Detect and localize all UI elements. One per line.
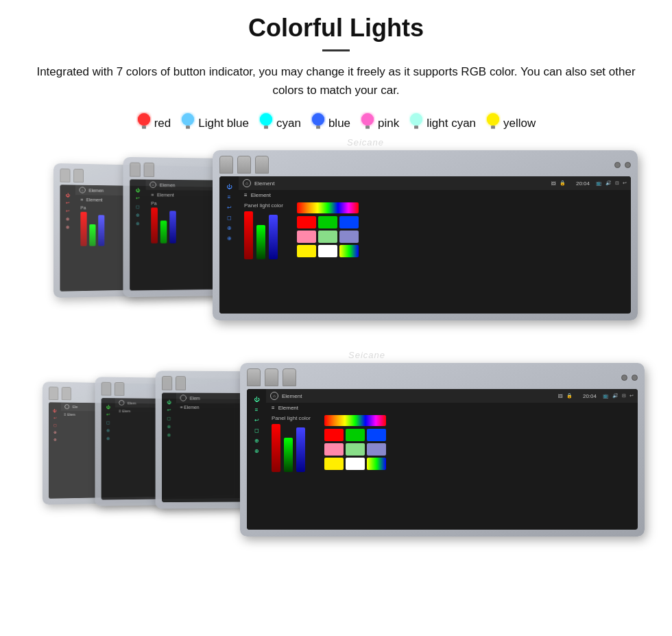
watermark-top: Seicane	[347, 137, 384, 148]
bulb-icon-blue	[311, 112, 326, 135]
svg-rect-26	[491, 126, 495, 128]
color-label-yellow: yellow	[503, 117, 536, 130]
color-label-light cyan: light cyan	[427, 117, 476, 130]
bulb-icon-light cyan	[409, 112, 424, 135]
device-front-top: ⏻ ≡ ↩ ◻ ⊕ ⊕ ⌂ Element 🖼	[213, 150, 638, 320]
svg-point-13	[312, 113, 324, 126]
device-front-bottom: ⏻ ≡ ↩ ◻ ⊕ ⊕ ⌂ Element 🖼	[240, 363, 645, 537]
color-item-red: red	[136, 112, 171, 135]
color-item-Light-blue: Light blue	[180, 112, 249, 135]
color-label-red: red	[154, 117, 171, 130]
title-divider	[322, 49, 350, 51]
page-container: Colorful Lights Integrated with 7 colors…	[0, 0, 672, 582]
svg-rect-14	[316, 126, 320, 128]
bulb-icon-cyan	[259, 112, 274, 135]
color-item-pink: pink	[360, 112, 399, 135]
color-legend-row: red Light blue cyan	[27, 112, 645, 135]
color-item-cyan: cyan	[259, 112, 301, 135]
bulb-icon-red	[136, 112, 152, 135]
page-title: Colorful Lights	[27, 14, 645, 43]
svg-rect-10	[264, 126, 268, 128]
color-label-Light blue: Light blue	[198, 117, 249, 130]
color-label-cyan: cyan	[276, 117, 301, 130]
svg-point-5	[182, 113, 194, 126]
color-item-light-cyan: light cyan	[409, 112, 476, 135]
description-text: Integrated with 7 colors of button indic…	[27, 62, 645, 99]
svg-rect-6	[186, 126, 190, 128]
bulb-icon-pink	[360, 112, 375, 135]
bulb-icon-yellow	[485, 112, 501, 135]
color-label-pink: pink	[378, 117, 399, 130]
color-label-blue: blue	[328, 117, 350, 130]
svg-point-17	[361, 113, 374, 126]
svg-point-25	[487, 113, 499, 126]
svg-rect-18	[365, 126, 370, 128]
svg-rect-22	[414, 126, 418, 128]
svg-point-1	[138, 113, 150, 126]
bulb-icon-Light blue	[180, 112, 195, 135]
bottom-device-group: ⏻ ↩ ◻ ⊕ ⊕ Ele ≡ Elem	[27, 363, 645, 562]
color-item-yellow: yellow	[485, 112, 536, 135]
top-device-group: ⏻ ↩ ↩ ⊕ ⊕ ⌂ Elemen ≡	[27, 150, 645, 349]
color-item-blue: blue	[311, 112, 350, 135]
watermark-bottom: Seicane	[348, 350, 385, 360]
svg-rect-2	[142, 126, 146, 128]
svg-point-9	[260, 113, 272, 126]
svg-point-21	[410, 113, 422, 126]
